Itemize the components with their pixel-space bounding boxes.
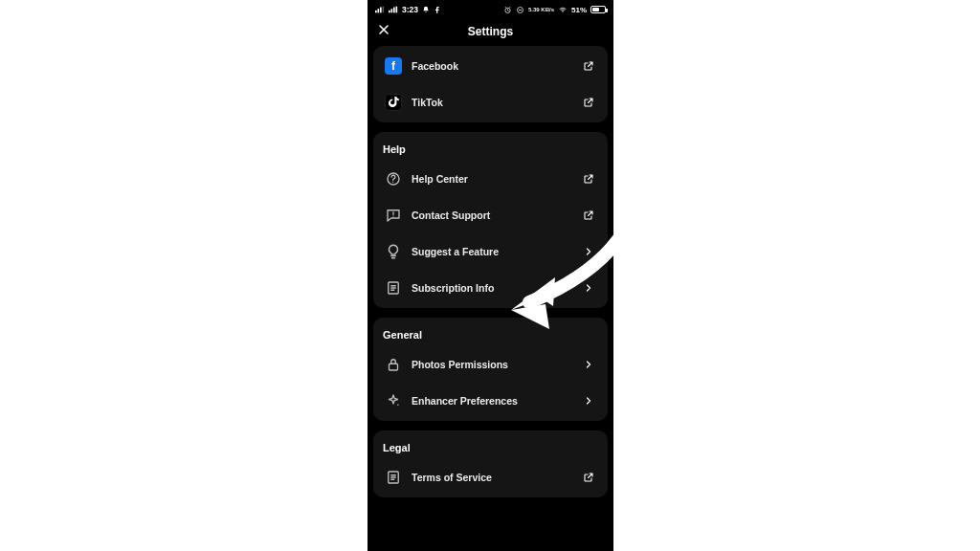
alarm-icon	[503, 6, 512, 14]
lightbulb-icon	[385, 243, 402, 260]
chevron-right-icon	[581, 393, 596, 408]
wifi-icon	[558, 6, 568, 14]
svg-rect-15	[390, 364, 398, 370]
section-title-general: General	[373, 320, 608, 346]
svg-rect-4	[389, 11, 390, 13]
row-facebook[interactable]: f Facebook	[373, 48, 608, 84]
facebook-notif-icon	[434, 6, 441, 13]
title-bar: Settings	[368, 17, 613, 46]
close-button[interactable]	[373, 21, 394, 42]
section-legal: Legal Terms of Service	[373, 430, 608, 497]
notification-bell-icon	[422, 6, 430, 13]
page-title: Settings	[468, 25, 513, 38]
svg-rect-3	[383, 7, 385, 13]
row-label: Enhancer Preferences	[412, 395, 571, 407]
svg-point-12	[392, 181, 393, 182]
svg-rect-1	[378, 9, 380, 12]
row-label: Photos Permissions	[412, 359, 571, 370]
help-icon	[385, 170, 402, 187]
external-link-icon	[581, 470, 596, 485]
svg-rect-6	[393, 8, 395, 13]
chevron-right-icon	[581, 280, 596, 296]
lock-icon	[385, 356, 402, 373]
row-photos-permissions[interactable]: Photos Permissions	[373, 346, 608, 383]
external-link-icon	[581, 171, 596, 187]
row-label: Terms of Service	[412, 472, 571, 483]
section-general: General Photos Permissions Enhancer Pref…	[373, 318, 608, 421]
network-speed: 5.39 KB/s	[528, 7, 554, 12]
chat-alert-icon	[385, 207, 402, 224]
svg-rect-7	[396, 7, 398, 13]
battery-icon	[590, 6, 606, 13]
svg-rect-2	[380, 8, 382, 13]
settings-scroll[interactable]: f Facebook TikTok	[368, 46, 613, 551]
document-icon	[385, 469, 402, 486]
facebook-icon: f	[385, 57, 402, 75]
chevron-right-icon	[581, 244, 596, 259]
row-label: Suggest a Feature	[412, 246, 571, 257]
row-label: Facebook	[412, 60, 571, 72]
external-link-icon	[581, 58, 596, 74]
row-terms-of-service[interactable]: Terms of Service	[373, 459, 608, 496]
row-suggest-feature[interactable]: Suggest a Feature	[373, 233, 608, 270]
signal-icon	[389, 6, 398, 13]
row-label: Subscription Info	[412, 282, 571, 294]
row-enhancer-preferences[interactable]: Enhancer Preferences	[373, 383, 608, 419]
close-icon	[376, 22, 391, 41]
sparkle-icon	[385, 392, 402, 409]
section-social: f Facebook TikTok	[373, 46, 608, 122]
svg-point-13	[392, 215, 393, 216]
phone-frame: 3:23 5.39 KB/s 51%	[368, 0, 613, 551]
svg-rect-5	[391, 9, 393, 12]
svg-point-10	[562, 11, 563, 12]
status-time: 3:23	[402, 5, 418, 14]
row-label: TikTok	[412, 97, 571, 108]
row-subscription-info[interactable]: Subscription Info	[373, 270, 608, 306]
status-bar: 3:23 5.39 KB/s 51%	[368, 0, 613, 17]
svg-rect-0	[375, 11, 377, 13]
svg-point-16	[397, 404, 399, 406]
section-help: Help Help Center Contact Support	[373, 132, 608, 308]
chevron-right-icon	[581, 357, 596, 372]
battery-text: 51%	[571, 6, 587, 14]
row-label: Help Center	[412, 173, 571, 185]
dnd-icon	[516, 6, 524, 14]
signal-icon	[375, 6, 385, 13]
external-link-icon	[581, 208, 596, 223]
tiktok-icon	[385, 94, 402, 111]
section-title-legal: Legal	[373, 432, 608, 459]
external-link-icon	[581, 95, 596, 110]
row-tiktok[interactable]: TikTok	[373, 84, 608, 121]
section-title-help: Help	[373, 134, 608, 161]
row-label: Contact Support	[412, 209, 571, 221]
row-help-center[interactable]: Help Center	[373, 161, 608, 197]
document-icon	[385, 279, 402, 297]
row-contact-support[interactable]: Contact Support	[373, 197, 608, 233]
